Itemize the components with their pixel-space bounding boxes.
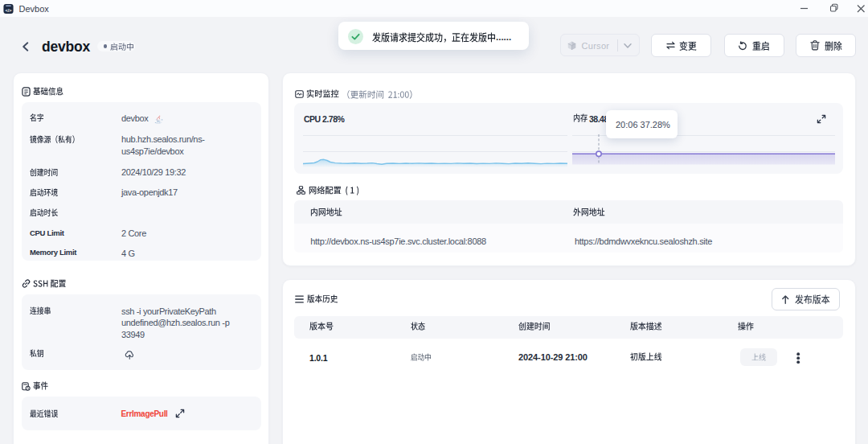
svg-text:</>: </>	[5, 7, 11, 12]
